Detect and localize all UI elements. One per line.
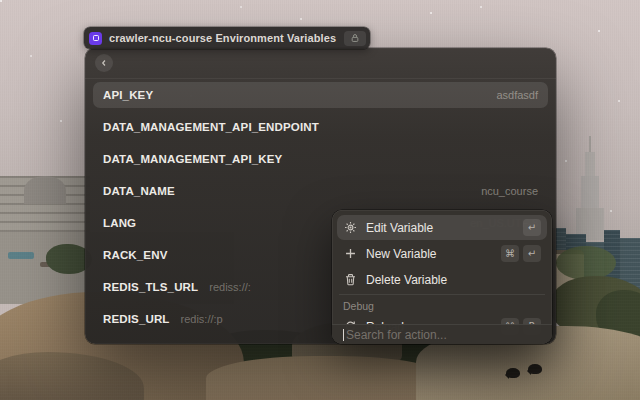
keycap-return: ↵ (523, 219, 541, 236)
var-value: asdfasdf (496, 89, 538, 101)
menu-item-edit-variable[interactable]: Edit Variable ↵ (337, 215, 547, 240)
list-item-data-name[interactable]: DATA_NAME ncu_course (93, 178, 548, 204)
plus-icon (343, 246, 358, 261)
window-title: crawler-ncu-course Environment Variables (109, 32, 336, 44)
rock-center (206, 356, 446, 400)
var-name: DATA_MANAGEMENT_API_KEY (103, 153, 282, 165)
shortcut-keys: ⌘ ↵ (501, 245, 541, 262)
menu-item-label: New Variable (366, 247, 436, 261)
empire-state-building (572, 136, 608, 240)
var-name: RACK_ENV (103, 249, 167, 261)
screen: crawler-ncu-course Environment Variables… (0, 0, 640, 400)
list-item-data-management-api-key[interactable]: DATA_MANAGEMENT_API_KEY (93, 146, 548, 172)
shortcut-keys: ↵ (523, 219, 541, 236)
var-name: API_KEY (103, 89, 153, 101)
menu-section-debug: Debug (337, 297, 547, 314)
menu-item-label: Delete Variable (366, 273, 447, 287)
back-button[interactable] (95, 54, 113, 72)
list-item-api-key[interactable]: API_KEY asdfasdf (93, 82, 548, 108)
lock-button[interactable] (344, 31, 366, 46)
chevron-left-icon (99, 58, 109, 68)
ruins-dome (24, 176, 66, 204)
var-name: DATA_MANAGEMENT_API_ENDPOINT (103, 121, 319, 133)
var-name: LANG (103, 217, 136, 229)
text-caret (343, 329, 344, 341)
menu-item-label: Edit Variable (366, 221, 433, 235)
list-item-data-management-api-endpoint[interactable]: DATA_MANAGEMENT_API_ENDPOINT (93, 114, 548, 140)
menu-item-new-variable[interactable]: New Variable ⌘ ↵ (337, 241, 547, 266)
extension-icon (89, 32, 102, 45)
action-search[interactable]: Search for action... (332, 324, 552, 344)
action-menu: Edit Variable ↵ New Variable ⌘ ↵ (332, 210, 552, 344)
var-value: ncu_course (481, 185, 538, 197)
film-specks (0, 0, 2, 2)
action-search-placeholder: Search for action... (346, 328, 447, 342)
menu-divider (339, 294, 545, 295)
window-title-pill: crawler-ncu-course Environment Variables (84, 27, 370, 49)
var-subtitle: redis://:p (181, 313, 223, 325)
lock-icon (350, 33, 360, 43)
var-name: REDIS_TLS_URL (103, 281, 198, 293)
vines (556, 246, 616, 280)
keycap-return: ↵ (523, 245, 541, 262)
bird (528, 364, 542, 374)
var-subtitle: rediss://: (209, 281, 251, 293)
keycap-cmd: ⌘ (501, 245, 519, 262)
var-name: REDIS_URL (103, 313, 170, 325)
gear-icon (343, 220, 358, 235)
var-name: DATA_NAME (103, 185, 175, 197)
graffiti-mark (8, 252, 34, 259)
menu-item-delete-variable[interactable]: Delete Variable (337, 267, 547, 292)
bird (506, 368, 520, 378)
window-header (85, 48, 556, 79)
trash-icon (343, 272, 358, 287)
